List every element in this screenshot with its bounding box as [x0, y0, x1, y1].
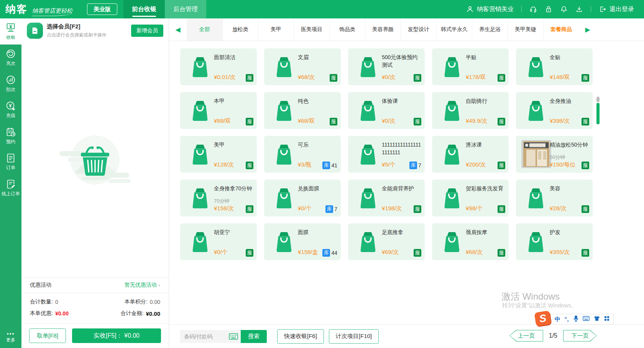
sidebar-item-orders[interactable]: 订单 [0, 149, 21, 175]
shopping-bag-icon [189, 143, 210, 167]
product-card[interactable]: 500元体验预约测试 ¥0/次 服 [348, 48, 425, 85]
product-card[interactable]: 纯色 ¥68/双 服 [264, 92, 341, 129]
product-card[interactable]: 全身推拿70分钟 70分钟 ¥158/次 服 [180, 180, 257, 216]
sidebar-item-cashier[interactable]: 收银 [0, 18, 21, 45]
product-badge-group: 服 [414, 249, 421, 257]
stock-count: 41 [331, 162, 337, 168]
product-card[interactable]: 滑冰课 ¥200/次 服 [432, 136, 509, 173]
sidebar-more-label: 更多 [6, 337, 15, 343]
ime-toolbar: S 中 °, [535, 312, 614, 325]
product-card[interactable]: 颈肩按摩 ¥68/次 服 [432, 223, 509, 260]
product-card[interactable]: 1111111111111111111111 ¥5/个 库 7 [348, 136, 425, 173]
bell-icon[interactable] [560, 5, 568, 13]
product-card[interactable]: 本甲 ¥88/双 服 [180, 92, 257, 129]
product-name: 兑换面膜 [298, 185, 338, 192]
ime-punctuation[interactable]: °, [565, 316, 569, 322]
product-card[interactable]: 面部清洁 ¥0.01/次 服 [180, 48, 257, 85]
toolbox-grid-icon[interactable] [604, 316, 610, 323]
search-button[interactable]: 搜索 [241, 330, 267, 343]
category-tab[interactable]: 美容养颜 [365, 18, 401, 41]
product-price: ¥200/次 [466, 161, 486, 168]
hold-order-button[interactable]: 取单[F8] [29, 328, 66, 343]
sidebar-item-online-orders[interactable]: 线上订单 [0, 175, 21, 201]
category-tab[interactable]: 美甲美睫 [508, 18, 543, 41]
product-badge-group: 库 7 [409, 162, 421, 169]
points-value: 0.00 [150, 299, 160, 305]
category-tab[interactable]: 全部 [187, 18, 222, 41]
scrollbar-thumb[interactable] [596, 103, 600, 124]
product-card[interactable]: 全能肩背养护 ¥198/次 服 [348, 180, 425, 216]
product-card[interactable]: 全贴 ¥148/双 服 [516, 48, 593, 85]
promo-selector[interactable]: 暂无优惠活动 › [125, 282, 160, 289]
shopping-bag-icon [441, 231, 462, 254]
top-tab-active[interactable]: 前台收银 [123, 0, 165, 18]
product-card[interactable]: 足底推拿 ¥69/次 服 [348, 223, 425, 260]
product-badge-group: 服 [414, 205, 421, 213]
checkout-button[interactable]: 实收[F5]： ¥0.00 [72, 328, 161, 343]
member-header[interactable]: 选择会员[F2] 点击进行会员搜索或刷卡操作 新增会员 [21, 18, 169, 43]
sogou-logo-icon[interactable]: S [534, 310, 551, 327]
shopping-bag-icon [441, 187, 462, 211]
online-orders-icon [5, 179, 16, 190]
category-tab[interactable]: 套餐商品 [543, 18, 579, 41]
category-tab[interactable]: 发型设计 [401, 18, 436, 41]
product-card[interactable]: 美容 ¥28/次 服 [516, 180, 593, 216]
product-card[interactable]: 美甲 ¥128/次 服 [180, 136, 257, 173]
shopping-bag-icon [273, 99, 294, 123]
microphone-icon[interactable] [573, 315, 578, 323]
product-card[interactable]: 半贴 ¥178/双 服 [432, 48, 509, 85]
category-tab[interactable]: 美甲 [258, 18, 294, 41]
sidebar-item-deduct-times[interactable]: 扣次 [0, 71, 21, 97]
service-badge: 服 [414, 118, 421, 125]
keyboard-icon[interactable] [229, 333, 238, 342]
category-next-arrow-icon[interactable] [579, 18, 596, 41]
product-name: 美容 [550, 185, 590, 192]
product-card[interactable]: 精油放松50分钟 50分钟 ¥150/每位 服 [516, 136, 593, 173]
top-tab-inactive[interactable]: 后台管理 [165, 0, 206, 18]
sidebar-item-recharge[interactable]: 充值 [0, 97, 21, 123]
quick-cashier-button[interactable]: 快速收银[F6] [277, 329, 324, 344]
add-member-button[interactable]: 新增会员 [131, 25, 163, 37]
product-price: ¥3/瓶 [298, 161, 312, 168]
product-card[interactable]: 面膜 ¥158/盒 库 44 [264, 223, 341, 260]
product-card[interactable]: 体验课 ¥0/次 服 [348, 92, 425, 129]
ime-mode-chinese[interactable]: 中 [555, 316, 560, 323]
count-item-button[interactable]: 计次项目[F10] [329, 329, 379, 344]
product-card[interactable]: 可乐 ¥3/瓶 库 41 [264, 136, 341, 173]
product-card[interactable]: 胡亚宁 ¥0/个 服 [180, 223, 257, 260]
sidebar-item-more[interactable]: 更多 [0, 331, 21, 348]
category-tab[interactable]: 韩式半永久 [436, 18, 472, 41]
prev-page-button[interactable]: 上一页 [509, 330, 543, 341]
soft-keyboard-icon[interactable] [583, 316, 590, 323]
product-card[interactable]: 全身推油 ¥398/次 服 [516, 92, 593, 129]
skin-icon[interactable] [594, 316, 600, 323]
product-card[interactable]: 文眉 ¥68/次 服 [264, 48, 341, 85]
product-price: ¥128/次 [214, 161, 234, 168]
sidebar-item-appointment[interactable]: 预约 [0, 123, 21, 149]
category-prev-arrow-icon[interactable] [169, 18, 187, 41]
edition-button[interactable]: 美业版 [87, 3, 117, 15]
product-name: 精油放松50分钟 [550, 141, 590, 148]
category-tab[interactable]: 放松类 [222, 18, 258, 41]
scrollbar-top-nub[interactable] [596, 97, 600, 102]
sidebar-item-recharge-times[interactable]: 充次 [0, 45, 21, 71]
product-badge-group: 库 7 [325, 205, 337, 213]
product-card[interactable]: 护发 ¥355/次 服 [516, 223, 593, 260]
shopping-bag-icon [273, 231, 294, 254]
product-price: ¥148/双 [550, 74, 570, 81]
next-page-button[interactable]: 下一页 [563, 330, 597, 341]
product-duration: 50分钟 [550, 154, 565, 161]
logout-button[interactable]: 退出登录 [599, 5, 634, 13]
product-card[interactable]: 自助骑行 ¥49.9/次 服 [432, 92, 509, 129]
product-name: 胡亚宁 [214, 228, 254, 236]
ime-tray: 中 °, [550, 314, 614, 325]
product-card[interactable]: 兑换面膜 ¥0/个 库 7 [264, 180, 341, 216]
category-tab[interactable]: 养生足浴 [472, 18, 508, 41]
category-tab[interactable]: 医美项目 [294, 18, 329, 41]
lock-icon[interactable] [545, 5, 552, 13]
category-tab[interactable]: 饰品类 [329, 18, 365, 41]
account-menu[interactable]: 纳客营销美业 [466, 5, 514, 13]
headset-icon[interactable] [529, 5, 537, 13]
product-card[interactable]: 贺彩服务洗发育 ¥98/个 服 [432, 180, 509, 216]
download-icon[interactable] [575, 5, 583, 13]
